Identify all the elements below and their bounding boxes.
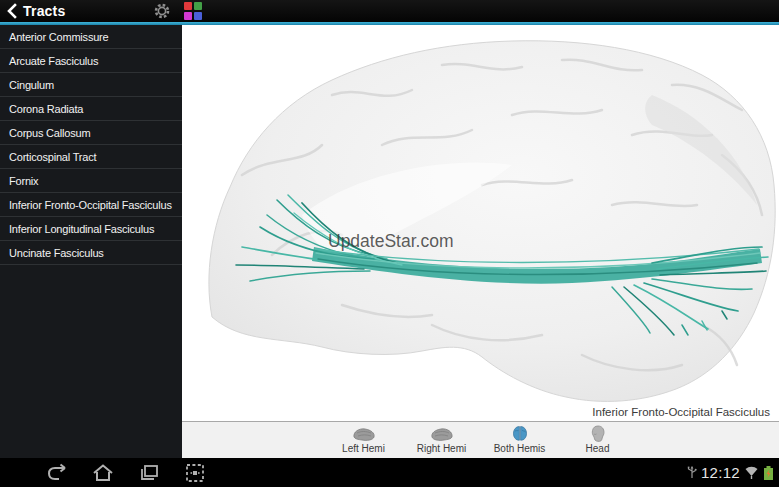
recent-apps-icon <box>137 463 161 483</box>
grid-blue-swatch <box>194 12 202 20</box>
selected-tract-label: Inferior Fronto-Occipital Fasciculus <box>592 406 770 418</box>
back-arrow-icon <box>45 463 69 483</box>
home-icon <box>91 463 115 483</box>
left-hemi-brain-icon <box>351 426 377 442</box>
grid-red-swatch <box>184 2 192 10</box>
view-toolbar: Left Hemi Right Hemi Both Hemis <box>182 421 779 458</box>
right-hemi-button[interactable]: Right Hemi <box>411 426 473 454</box>
right-hemi-brain-icon <box>429 426 455 442</box>
right-hemi-label: Right Hemi <box>417 443 466 454</box>
page-title: Tracts <box>23 3 65 19</box>
app-screen: Tracts Anterior Commissure Arcuate Fasci… <box>0 0 779 487</box>
chevron-left-icon <box>6 3 17 19</box>
both-hemis-label: Both Hemis <box>494 443 546 454</box>
tract-item-cingulum[interactable]: Cingulum <box>0 73 182 97</box>
left-hemi-button[interactable]: Left Hemi <box>333 426 395 454</box>
tract-item-fornix[interactable]: Fornix <box>0 169 182 193</box>
brain-render <box>182 25 779 421</box>
color-grid-button[interactable] <box>184 2 202 20</box>
tract-list: Anterior Commissure Arcuate Fasciculus C… <box>0 25 182 458</box>
tract-item-anterior-commissure[interactable]: Anterior Commissure <box>0 25 182 49</box>
gear-icon <box>152 2 172 20</box>
clock: 12:12 <box>701 464 740 481</box>
usb-icon <box>687 465 697 480</box>
grid-magenta-swatch <box>184 12 192 20</box>
back-button[interactable]: Tracts <box>6 0 65 22</box>
nav-recents-button[interactable] <box>136 462 162 484</box>
head-label: Head <box>586 443 610 454</box>
grid-green-swatch <box>194 2 202 10</box>
head-icon <box>591 426 605 442</box>
tract-item-inferior-longitudinal-fasciculus[interactable]: Inferior Longitudinal Fasciculus <box>0 217 182 241</box>
head-button[interactable]: Head <box>567 426 629 454</box>
tract-item-uncinate-fasciculus[interactable]: Uncinate Fasciculus <box>0 241 182 265</box>
system-nav-bar: 12:12 <box>0 458 779 487</box>
action-bar: Tracts <box>0 0 779 22</box>
brain-surface <box>209 41 775 402</box>
tract-item-corpus-callosum[interactable]: Corpus Callosum <box>0 121 182 145</box>
tract-item-corticospinal-tract[interactable]: Corticospinal Tract <box>0 145 182 169</box>
settings-button[interactable] <box>152 2 172 20</box>
status-cluster[interactable]: 12:12 <box>687 458 774 487</box>
nav-screenshot-button[interactable] <box>182 462 208 484</box>
brain-3d-viewport[interactable]: UpdateStar.com Inferior Fronto-Occipital… <box>182 25 779 421</box>
tract-item-corona-radiata[interactable]: Corona Radiata <box>0 97 182 121</box>
both-hemis-button[interactable]: Both Hemis <box>489 426 551 454</box>
tract-item-inferior-fronto-occipital-fasciculus[interactable]: Inferior Fronto-Occipital Fasciculus <box>0 193 182 217</box>
nav-back-button[interactable] <box>44 462 70 484</box>
left-hemi-label: Left Hemi <box>342 443 385 454</box>
watermark-text: UpdateStar.com <box>328 231 453 252</box>
wifi-icon <box>744 465 759 480</box>
tract-item-arcuate-fasciculus[interactable]: Arcuate Fasciculus <box>0 49 182 73</box>
nav-home-button[interactable] <box>90 462 116 484</box>
battery-icon <box>763 465 774 481</box>
both-hemis-brain-icon <box>512 426 528 442</box>
screenshot-icon <box>184 463 206 483</box>
